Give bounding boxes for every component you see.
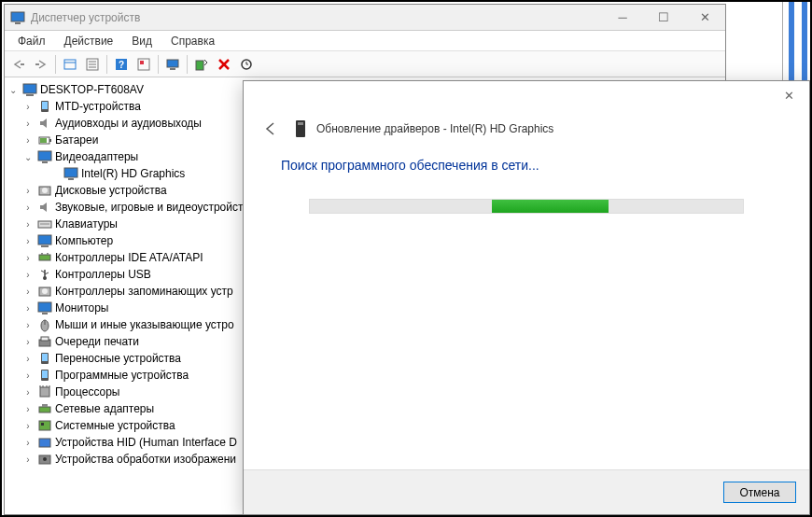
tree-item-label: Компьютер bbox=[55, 234, 113, 247]
chevron-right-icon[interactable]: › bbox=[21, 186, 35, 196]
device-icon bbox=[294, 119, 307, 138]
uninstall-button[interactable] bbox=[214, 54, 234, 75]
chevron-right-icon[interactable]: › bbox=[21, 219, 35, 230]
svg-rect-69 bbox=[298, 122, 303, 125]
chevron-right-icon[interactable]: › bbox=[21, 370, 35, 381]
menu-help[interactable]: Справка bbox=[161, 33, 224, 49]
dialog-titlebar: ✕ bbox=[244, 81, 809, 109]
tree-item-label: Контроллеры USB bbox=[55, 268, 151, 281]
help-button[interactable]: ? bbox=[111, 54, 132, 75]
update-driver-button[interactable] bbox=[191, 54, 212, 75]
scan-hardware-button[interactable] bbox=[236, 54, 257, 75]
tree-item-label: Видеоадаптеры bbox=[55, 150, 138, 163]
tree-item-label: MTD-устройства bbox=[55, 100, 141, 113]
svg-rect-25 bbox=[49, 139, 51, 142]
chevron-right-icon[interactable]: › bbox=[21, 421, 35, 431]
tree-item-label: Контроллеры запоминающих устр bbox=[55, 285, 233, 298]
svg-rect-47 bbox=[42, 313, 48, 314]
chevron-right-icon[interactable]: › bbox=[21, 270, 35, 280]
device-icon bbox=[37, 233, 52, 248]
properties-button[interactable] bbox=[82, 54, 103, 75]
chevron-right-icon[interactable]: › bbox=[21, 404, 35, 414]
device-icon bbox=[37, 351, 52, 366]
device-icon bbox=[37, 250, 52, 265]
dialog-close-button[interactable]: ✕ bbox=[768, 81, 809, 109]
close-button[interactable]: ✕ bbox=[684, 5, 725, 31]
scan-button[interactable] bbox=[162, 54, 183, 75]
chevron-right-icon[interactable]: › bbox=[21, 236, 35, 246]
chevron-right-icon[interactable]: › bbox=[21, 119, 35, 129]
tree-item-label: Контроллеры IDE ATA/ATAPI bbox=[55, 251, 203, 264]
window-title: Диспетчер устройств bbox=[31, 11, 602, 24]
chevron-right-icon[interactable]: › bbox=[21, 337, 35, 347]
chevron-right-icon[interactable]: › bbox=[21, 320, 35, 330]
titlebar: Диспетчер устройств ─ ☐ ✕ bbox=[5, 5, 725, 31]
chevron-right-icon[interactable]: › bbox=[21, 286, 35, 297]
svg-rect-23 bbox=[42, 102, 48, 109]
svg-point-67 bbox=[43, 457, 47, 461]
device-icon bbox=[37, 300, 52, 315]
chevron-right-icon[interactable]: › bbox=[21, 203, 35, 213]
minimize-button[interactable]: ─ bbox=[602, 5, 643, 31]
menubar: Файл Действие Вид Справка bbox=[5, 31, 725, 51]
chevron-right-icon[interactable]: › bbox=[21, 135, 35, 146]
svg-rect-55 bbox=[42, 370, 48, 378]
device-icon bbox=[37, 99, 52, 114]
svg-rect-3 bbox=[35, 63, 39, 65]
chevron-right-icon[interactable]: › bbox=[21, 354, 35, 364]
tree-item-label: Звуковые, игровые и видеоустройст bbox=[55, 201, 243, 214]
nav-back-button[interactable] bbox=[8, 54, 29, 75]
progress-bar bbox=[309, 199, 744, 214]
svg-rect-64 bbox=[41, 423, 44, 426]
svg-rect-0 bbox=[11, 12, 24, 21]
svg-rect-36 bbox=[41, 245, 49, 247]
svg-rect-14 bbox=[167, 60, 178, 67]
tree-item-label: Устройства обработки изображени bbox=[55, 453, 236, 466]
device-icon bbox=[37, 418, 52, 433]
svg-rect-51 bbox=[41, 337, 49, 341]
chevron-right-icon[interactable]: › bbox=[21, 303, 35, 314]
maximize-button[interactable]: ☐ bbox=[643, 5, 684, 31]
svg-rect-15 bbox=[170, 68, 175, 70]
svg-rect-35 bbox=[38, 235, 51, 245]
menu-view[interactable]: Вид bbox=[122, 33, 161, 49]
toolbar: ? bbox=[5, 51, 725, 77]
app-icon bbox=[10, 10, 25, 25]
dialog-title: Обновление драйверов - Intel(R) HD Graph… bbox=[316, 122, 553, 135]
back-arrow-icon[interactable] bbox=[260, 119, 281, 139]
show-all-button[interactable] bbox=[60, 54, 80, 75]
svg-rect-4 bbox=[64, 60, 76, 69]
device-icon bbox=[37, 149, 52, 164]
tree-item-label: Устройства HID (Human Interface D bbox=[55, 436, 237, 449]
menu-file[interactable]: Файл bbox=[8, 33, 55, 49]
svg-rect-20 bbox=[23, 84, 36, 93]
chevron-right-icon[interactable]: › bbox=[21, 253, 35, 263]
menu-action[interactable]: Действие bbox=[55, 33, 123, 49]
svg-rect-37 bbox=[39, 255, 50, 260]
svg-rect-2 bbox=[21, 63, 24, 65]
tree-item-label: Мониторы bbox=[55, 301, 108, 314]
search-status-text: Поиск программного обеспечения в сети... bbox=[281, 158, 772, 173]
chevron-down-icon[interactable]: ⌄ bbox=[7, 85, 20, 95]
chevron-right-icon[interactable]: › bbox=[21, 454, 35, 465]
svg-rect-26 bbox=[40, 138, 47, 143]
device-icon bbox=[37, 401, 52, 416]
device-icon bbox=[37, 368, 52, 383]
device-icon bbox=[37, 133, 52, 147]
tree-item-label: Батареи bbox=[55, 133, 98, 147]
chevron-right-icon[interactable]: › bbox=[21, 387, 35, 398]
chevron-down-icon[interactable]: ⌄ bbox=[21, 152, 35, 162]
tree-item-label: Клавиатуры bbox=[55, 217, 118, 231]
svg-rect-13 bbox=[140, 61, 144, 64]
tree-item-label: Программные устройства bbox=[55, 369, 189, 382]
svg-rect-53 bbox=[42, 354, 48, 361]
device-icon bbox=[22, 82, 37, 97]
chevron-right-icon[interactable]: › bbox=[21, 102, 35, 112]
action-button[interactable] bbox=[133, 54, 154, 75]
chevron-right-icon[interactable]: › bbox=[21, 438, 35, 448]
update-driver-dialog: ✕ Обновление драйверов - Intel(R) HD Gra… bbox=[243, 80, 810, 515]
device-icon bbox=[63, 166, 78, 181]
device-icon bbox=[37, 217, 52, 231]
nav-fwd-button[interactable] bbox=[31, 54, 51, 75]
cancel-button[interactable]: Отмена bbox=[723, 482, 796, 503]
